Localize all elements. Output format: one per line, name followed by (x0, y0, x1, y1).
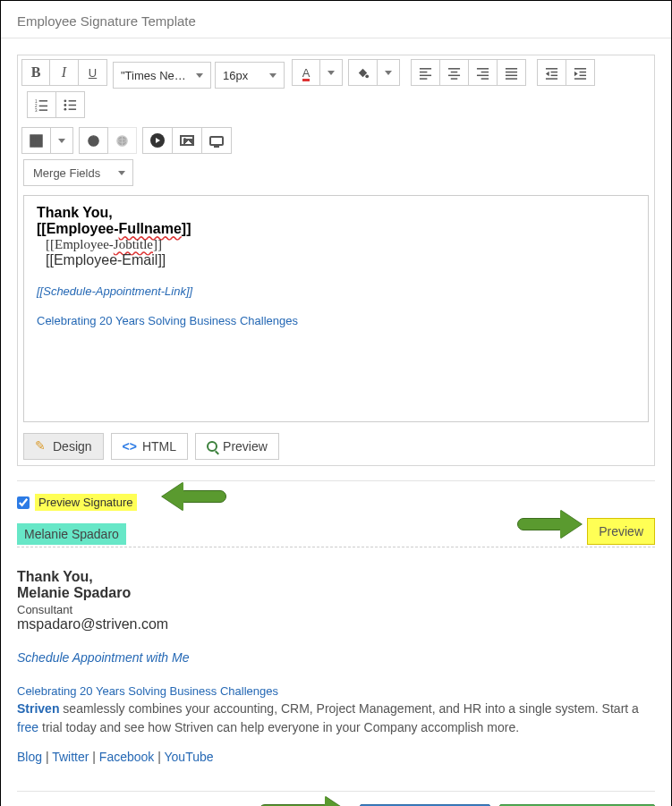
preview-employee-row: Melanie Spadaro Preview (17, 518, 655, 547)
pencil-icon (35, 440, 47, 453)
align-right-icon (476, 66, 489, 80)
font-family-select[interactable]: "Times Ne… (113, 62, 211, 89)
preview-button[interactable]: Preview (587, 518, 655, 545)
font-color-dropdown[interactable] (320, 59, 343, 86)
insert-link-button[interactable] (79, 127, 108, 154)
caret-down-icon (196, 73, 203, 78)
svg-point-0 (365, 74, 369, 78)
insert-table-button[interactable] (21, 127, 51, 154)
link-icon (87, 134, 100, 148)
tab-design-label: Design (53, 439, 92, 454)
outdent-button[interactable] (537, 59, 566, 86)
sp-email: mspadaro@striven.com (17, 616, 655, 632)
highlight-color-button[interactable] (348, 59, 378, 86)
align-right-button[interactable] (469, 59, 498, 86)
link-twitter[interactable]: Twitter (52, 750, 89, 764)
editor-thank-you: Thank You, (37, 205, 113, 220)
svg-point-31 (64, 99, 66, 102)
footer-actions: Update Signatures Save Default Signature (17, 791, 655, 806)
sp-free-link[interactable]: free (17, 720, 38, 734)
sp-tagline: Celebrating 20 Years Solving Business Ch… (17, 684, 655, 698)
svg-text:3: 3 (35, 108, 38, 112)
insert-image-button[interactable] (173, 127, 202, 154)
insert-embed-button[interactable] (202, 127, 232, 154)
align-center-button[interactable] (440, 59, 469, 86)
insert-table-dropdown[interactable] (51, 127, 73, 154)
indent-button[interactable] (566, 59, 595, 86)
caret-down-icon (58, 139, 65, 143)
sp-social-links: Blog | Twitter | Facebook | YouTube (17, 750, 655, 764)
font-family-value: "Times Ne… (121, 69, 186, 82)
align-justify-button[interactable] (498, 59, 526, 86)
link-facebook[interactable]: Facebook (99, 750, 154, 764)
italic-button[interactable]: I (50, 59, 79, 86)
link-youtube[interactable]: YouTube (165, 750, 214, 764)
employee-name-chip[interactable]: Melanie Spadaro (17, 523, 126, 545)
indent-icon (574, 66, 587, 80)
remove-link-button[interactable] (108, 127, 137, 154)
sp-jobtitle: Consultant (17, 603, 655, 616)
ordered-list-icon: 123 (35, 98, 48, 112)
unordered-list-button[interactable] (56, 91, 85, 118)
rich-text-editor: B I U "Times Ne… 16px A (17, 55, 655, 466)
align-center-icon (447, 66, 461, 80)
signature-preview: Thank You, Melanie Spadaro Consultant ms… (17, 569, 655, 764)
code-icon: <> (123, 439, 137, 454)
editor-content-wrapper: Thank You, [[Employee-Fullname]] [[Emplo… (23, 195, 649, 422)
sp-thank-you: Thank You, (17, 569, 655, 585)
unlink-icon (115, 134, 129, 148)
tab-preview[interactable]: Preview (195, 433, 279, 460)
preview-signature-label: Preview Signature (35, 494, 137, 511)
caret-down-icon (269, 73, 276, 78)
preview-signature-row: Preview Signature (17, 494, 655, 511)
image-icon (180, 135, 194, 146)
magnifier-icon (207, 441, 217, 452)
table-icon (30, 134, 43, 148)
svg-point-33 (64, 107, 66, 110)
page-title: Employee Signature Template (1, 1, 671, 38)
tab-design[interactable]: Design (23, 433, 104, 460)
unordered-list-icon (64, 98, 77, 112)
tab-html[interactable]: <> HTML (111, 433, 188, 460)
caret-down-icon (118, 171, 125, 175)
editor-toolbar: B I U "Times Ne… 16px A (18, 55, 654, 123)
svg-rect-37 (30, 134, 42, 146)
caret-down-icon (327, 71, 335, 75)
merge-fields-select[interactable]: Merge Fields (23, 159, 133, 186)
editor-email-field: [[Employee-Email]] (46, 252, 635, 268)
highlight-color-dropdown[interactable] (378, 59, 400, 86)
editor-tagline: Celebrating 20 Years Solving Business Ch… (37, 314, 635, 327)
bold-button[interactable]: B (21, 59, 50, 86)
font-size-select[interactable]: 16px (215, 62, 285, 89)
sp-striven-link[interactable]: Striven (17, 701, 59, 716)
screen-icon (209, 136, 224, 146)
sp-body: Striven seamlessly combines your account… (17, 700, 655, 737)
editor-schedule-link: [[Schedule-Appointment-Link]] (37, 284, 635, 298)
tab-html-label: HTML (142, 439, 176, 454)
underline-button[interactable]: U (79, 59, 107, 86)
merge-fields-label: Merge Fields (33, 166, 100, 180)
align-left-icon (419, 66, 432, 80)
sp-name: Melanie Spadaro (17, 585, 655, 601)
insert-video-button[interactable] (142, 127, 173, 154)
ordered-list-button[interactable]: 123 (27, 91, 56, 118)
svg-text:1: 1 (35, 98, 38, 103)
caret-down-icon (385, 71, 392, 75)
font-size-value: 16px (223, 69, 248, 82)
outdent-icon (545, 66, 558, 80)
preview-signature-checkbox[interactable] (17, 496, 30, 509)
font-color-button[interactable]: A (292, 59, 320, 86)
editor-mode-tabs: Design <> HTML Preview (18, 428, 654, 465)
tab-preview-label: Preview (223, 439, 268, 454)
link-blog[interactable]: Blog (17, 750, 42, 764)
play-icon (150, 133, 165, 148)
editor-toolbar-2 (18, 123, 654, 159)
editor-content[interactable]: Thank You, [[Employee-Fullname]] [[Emplo… (24, 196, 648, 421)
align-left-button[interactable] (411, 59, 440, 86)
svg-point-32 (64, 104, 66, 106)
paint-bucket-icon (356, 66, 370, 80)
sp-schedule-link[interactable]: Schedule Appointment with Me (17, 650, 655, 665)
align-justify-icon (505, 66, 518, 80)
